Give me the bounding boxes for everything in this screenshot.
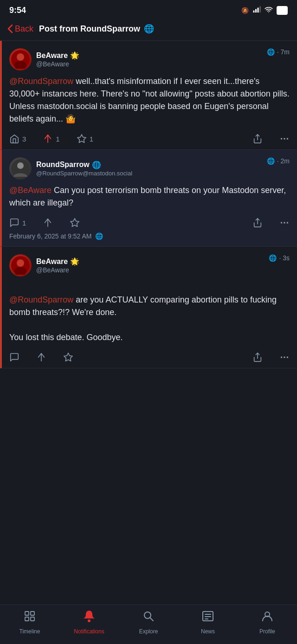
post-meta: 🌐 · 2m: [267, 157, 290, 165]
svg-rect-30: [31, 617, 34, 621]
boost-button[interactable]: [43, 218, 53, 228]
nav-item-explore[interactable]: Explore: [130, 610, 167, 635]
more-button[interactable]: [279, 352, 290, 362]
svg-point-31: [88, 620, 90, 622]
svg-rect-3: [259, 6, 261, 13]
star-button[interactable]: 1: [77, 134, 93, 144]
post-meta: 🌐 · 3s: [269, 254, 290, 262]
share-button[interactable]: [252, 352, 263, 362]
star-button[interactable]: [63, 352, 73, 362]
nav-item-notifications[interactable]: Notifications: [71, 610, 108, 635]
post-actions: [9, 350, 290, 362]
svg-point-9: [281, 138, 282, 139]
share-button[interactable]: [252, 218, 263, 228]
avatar-beaware: [9, 48, 32, 71]
post-author[interactable]: BeAware 🌟 @BeAware: [9, 254, 79, 277]
post-header: BeAware 🌟 @BeAware 🌐 · 7m: [9, 48, 290, 71]
bell-icon: [83, 610, 96, 626]
post-actions: 1: [9, 216, 290, 228]
svg-point-5: [17, 53, 24, 61]
author-info: BeAware 🌟 @BeAware: [36, 51, 79, 68]
news-icon: [201, 610, 214, 626]
mention[interactable]: @BeAware: [9, 186, 52, 195]
svg-point-13: [17, 162, 24, 169]
avatar-beaware2: [9, 254, 32, 277]
avatar-roundsparrow: [9, 157, 32, 180]
reply-button[interactable]: 3: [9, 134, 26, 144]
wifi-icon: [265, 6, 273, 15]
post-actions: 3 1 1: [9, 132, 290, 144]
boost-button[interactable]: [36, 352, 46, 362]
star-button[interactable]: [70, 218, 80, 228]
posts-container: BeAware 🌟 @BeAware 🌐 · 7m @RoundSparrow …: [0, 41, 297, 368]
nav-item-profile[interactable]: Profile: [249, 610, 286, 635]
svg-point-18: [287, 222, 288, 223]
post-content: @RoundSparrow are you ACTUALLY comparing…: [9, 281, 290, 344]
svg-marker-14: [71, 219, 79, 226]
more-button[interactable]: [279, 218, 290, 228]
svg-rect-29: [25, 617, 29, 621]
svg-rect-27: [25, 612, 29, 615]
bottom-spacer: [0, 368, 297, 419]
signal-icon: [252, 6, 261, 15]
more-button[interactable]: [279, 134, 290, 144]
post-beaware-reply2: BeAware 🌟 @BeAware 🌐 · 3s @RoundSparrow …: [0, 247, 297, 368]
svg-rect-0: [253, 11, 254, 13]
author-name: BeAware 🌟: [36, 51, 79, 60]
post-author[interactable]: BeAware 🌟 @BeAware: [9, 48, 79, 71]
post-content: @BeAware Can you post terrorism bomb thr…: [9, 184, 290, 209]
svg-point-11: [287, 138, 288, 139]
page-title: Post from RoundSparrow 🌐: [39, 24, 154, 34]
notifications-label: Notifications: [74, 628, 104, 635]
svg-rect-2: [257, 8, 258, 13]
svg-point-24: [281, 357, 282, 358]
post-header: BeAware 🌟 @BeAware 🌐 · 3s: [9, 254, 290, 277]
status-icons: 🔕 22: [241, 6, 288, 15]
status-time: 9:54: [9, 6, 26, 15]
svg-line-33: [150, 618, 154, 621]
globe-icon: 🌐: [267, 48, 275, 56]
post-content: @RoundSparrow well..that's misinformatio…: [9, 75, 290, 125]
search-icon: [142, 610, 155, 626]
svg-point-16: [281, 222, 282, 223]
author-info: RoundSparrow 🌐 @RoundSparrow@mastodon.so…: [36, 161, 132, 177]
author-handle: @BeAware: [36, 266, 79, 274]
profile-label: Profile: [259, 628, 275, 635]
timeline-label: Timeline: [19, 628, 40, 635]
back-button[interactable]: Back: [7, 24, 33, 34]
header: Back Post from RoundSparrow 🌐: [0, 19, 297, 41]
svg-point-20: [17, 259, 24, 267]
reply-button[interactable]: 1: [9, 218, 26, 228]
explore-label: Explore: [139, 628, 158, 635]
svg-point-17: [284, 222, 285, 223]
mention[interactable]: @RoundSparrow: [9, 295, 73, 304]
post-meta: 🌐 · 7m: [267, 48, 290, 56]
svg-point-25: [284, 357, 285, 358]
share-button[interactable]: [252, 134, 263, 144]
nav-item-news[interactable]: News: [189, 610, 226, 635]
nav-item-timeline[interactable]: Timeline: [11, 610, 48, 635]
timeline-icon: [23, 610, 36, 626]
news-label: News: [201, 628, 215, 635]
author-info: BeAware 🌟 @BeAware: [36, 257, 79, 274]
status-bar: 9:54 🔕 22: [0, 0, 297, 19]
author-name: RoundSparrow 🌐: [36, 161, 132, 169]
mute-icon: 🔕: [241, 7, 249, 14]
svg-point-26: [287, 357, 288, 358]
post-roundsparrow: RoundSparrow 🌐 @RoundSparrow@mastodon.so…: [0, 150, 297, 247]
post-timestamp: February 6, 2025 at 9:52 AM 🌐: [9, 228, 290, 241]
svg-rect-28: [31, 612, 34, 615]
post-author[interactable]: RoundSparrow 🌐 @RoundSparrow@mastodon.so…: [9, 157, 132, 180]
svg-marker-7: [77, 135, 86, 142]
bottom-nav: Timeline Notifications Explore: [0, 605, 297, 644]
globe-small-icon: 🌐: [95, 232, 103, 240]
post-beaware-reply: BeAware 🌟 @BeAware 🌐 · 7m @RoundSparrow …: [0, 41, 297, 150]
boost-button[interactable]: 1: [43, 134, 59, 144]
globe-icon: 🌐: [269, 254, 277, 262]
post-header: RoundSparrow 🌐 @RoundSparrow@mastodon.so…: [9, 157, 290, 180]
globe-icon: 🌐: [267, 157, 275, 165]
battery-indicator: 22: [277, 6, 288, 15]
reply-button[interactable]: [9, 352, 19, 362]
mention[interactable]: @RoundSparrow: [9, 77, 73, 86]
svg-point-10: [284, 138, 285, 139]
